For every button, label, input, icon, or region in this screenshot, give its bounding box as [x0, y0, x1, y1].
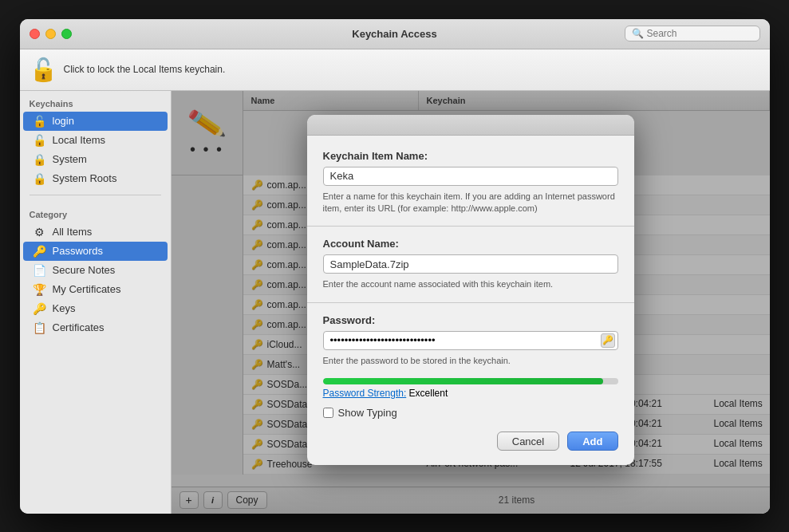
all-items-icon: ⚙ [33, 226, 47, 238]
name-hint: Enter a name for this keychain item. If … [323, 191, 618, 215]
generate-password-button[interactable]: 🔑 [601, 333, 615, 348]
modal-header [307, 115, 634, 136]
add-password-modal: Keychain Item Name: Enter a name for thi… [307, 115, 634, 466]
titlebar: Keychain Access 🔍 [20, 19, 770, 49]
strength-fill [323, 378, 604, 384]
add-button[interactable]: Add [567, 432, 617, 451]
sidebar-item-secure-notes-label: Secure Notes [53, 264, 116, 276]
key-icon: 🔑 [602, 335, 613, 345]
sidebar-item-keys[interactable]: 🔑 Keys [23, 299, 168, 318]
strength-label: Password Strength: Excellent [323, 388, 618, 399]
sidebar: Keychains 🔓 login 🔓 Local Items 🔒 System… [20, 91, 172, 514]
search-box[interactable]: 🔍 [625, 26, 760, 41]
password-input[interactable] [323, 331, 618, 350]
show-typing-row: Show Typing [323, 407, 618, 419]
modal-divider-1 [307, 226, 634, 227]
name-input[interactable] [323, 167, 618, 186]
account-input[interactable] [323, 254, 618, 274]
modal-buttons: Cancel Add [323, 432, 618, 451]
category-label: Category [20, 202, 171, 223]
search-input[interactable] [647, 28, 753, 39]
sidebar-item-all-items[interactable]: ⚙ All Items [23, 223, 168, 242]
sidebar-item-system[interactable]: 🔒 System [23, 150, 168, 169]
sidebar-item-local-items[interactable]: 🔓 Local Items [23, 131, 168, 150]
toolbar: 🔓 Click to lock the Local Items keychain… [20, 49, 770, 91]
secure-notes-icon: 📄 [33, 264, 47, 277]
keychains-label: Keychains [20, 91, 171, 112]
sidebar-item-certificates[interactable]: 📋 Certificates [23, 318, 168, 337]
lock-closed-icon: 🔒 [33, 153, 47, 166]
content-area: ✏️ • • • Name Keychain [172, 91, 770, 514]
sidebar-item-local-label: Local Items [53, 134, 105, 146]
sidebar-item-system-roots-label: System Roots [53, 172, 117, 184]
traffic-lights [30, 29, 72, 39]
sidebar-divider [30, 195, 161, 195]
show-typing-label: Show Typing [338, 407, 397, 419]
account-field-label: Account Name: [323, 238, 618, 250]
main-content: Keychains 🔓 login 🔓 Local Items 🔒 System… [20, 91, 770, 514]
cert-icon: 📋 [33, 321, 47, 334]
password-hint: Enter the password to be stored in the k… [323, 355, 618, 367]
sidebar-item-certs-label: Certificates [53, 321, 105, 333]
sidebar-item-passwords[interactable]: 🔑 Passwords [23, 242, 168, 261]
cancel-button[interactable]: Cancel [497, 432, 559, 451]
lock-open-icon-2: 🔓 [33, 134, 47, 147]
lock-icon: 🔓 [30, 57, 57, 83]
strength-bar [323, 378, 618, 384]
sidebar-item-keys-label: Keys [53, 302, 76, 314]
sidebar-item-login[interactable]: 🔓 login [23, 112, 168, 131]
sidebar-item-my-certs-label: My Certificates [53, 283, 121, 295]
account-hint: Enter the account name associated with t… [323, 278, 618, 290]
sidebar-item-passwords-label: Passwords [53, 245, 104, 257]
name-field-label: Keychain Item Name: [323, 150, 618, 162]
minimize-button[interactable] [45, 29, 56, 39]
window-title: Keychain Access [352, 28, 436, 40]
show-typing-checkbox[interactable] [323, 408, 333, 418]
certificates-icon: 🏆 [33, 283, 47, 296]
modal-divider-2 [307, 302, 634, 303]
sidebar-item-secure-notes[interactable]: 📄 Secure Notes [23, 261, 168, 280]
lock-tooltip: Click to lock the Local Items keychain. [64, 64, 226, 75]
maximize-button[interactable] [61, 29, 72, 39]
lock-button[interactable]: 🔓 Click to lock the Local Items keychain… [30, 57, 226, 83]
modal-overlay: Keychain Item Name: Enter a name for thi… [172, 91, 770, 514]
strength-link[interactable]: Password Strength: [323, 388, 407, 399]
password-field-wrap: 🔑 [323, 331, 618, 350]
password-field-label: Password: [323, 314, 618, 326]
sidebar-item-my-certificates[interactable]: 🏆 My Certificates [23, 280, 168, 299]
modal-body: Keychain Item Name: Enter a name for thi… [307, 136, 634, 466]
close-button[interactable] [30, 29, 40, 39]
main-window: Keychain Access 🔍 🔓 Click to lock the Lo… [20, 19, 770, 514]
keys-icon: 🔑 [33, 302, 47, 315]
search-icon: 🔍 [632, 28, 644, 39]
strength-value: Excellent [409, 388, 448, 399]
sidebar-item-all-label: All Items [53, 226, 93, 238]
lock-closed-icon-2: 🔒 [33, 172, 47, 185]
sidebar-item-system-label: System [53, 153, 87, 165]
sidebar-item-system-roots[interactable]: 🔒 System Roots [23, 169, 168, 188]
lock-open-icon: 🔓 [33, 115, 47, 128]
sidebar-item-login-label: login [53, 115, 74, 127]
passwords-icon: 🔑 [33, 245, 47, 258]
